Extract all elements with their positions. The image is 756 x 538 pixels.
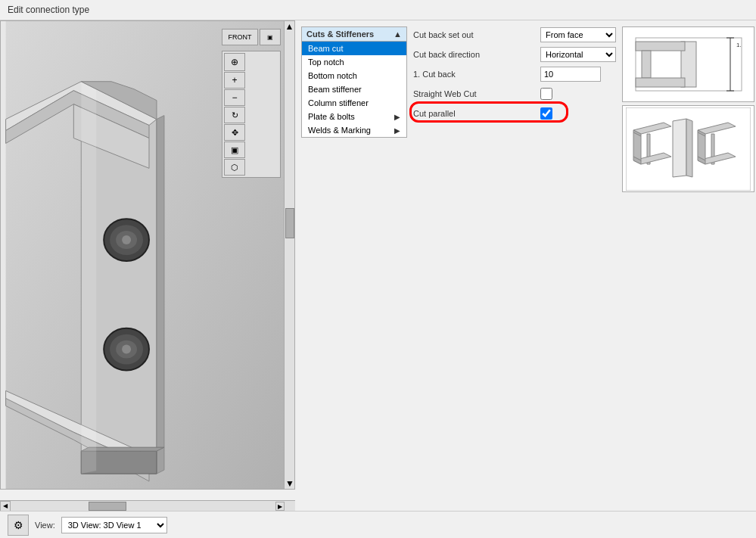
prop-cut-back-set-out: Cut back set out From face From web [413,26,616,43]
straight-web-cut-label: Straight Web Cut [413,89,534,98]
bolt-btn[interactable]: ⬡ [224,159,245,176]
svg-point-11 [122,235,131,244]
tree-item-bottom-notch[interactable]: Bottom notch [302,69,406,82]
tree-item-column-stiffener[interactable]: Column stiffener [302,96,406,110]
tree-collapse-icon[interactable]: ▲ [394,30,402,39]
front-view-btn[interactable]: FRONT [222,29,258,45]
cut-back-1-label: 1. Cut back [413,70,534,79]
v-scrollbar[interactable]: ▲ ▼ [284,21,294,489]
fit-btn[interactable]: ⊕ [224,53,245,71]
cut-back-1-input[interactable] [540,67,601,82]
tree-item-beam-cut[interactable]: Beam cut [302,42,406,55]
right-panel: Cuts & Stiffeners ▲ Beam cut Top notch B… [295,20,756,511]
tree-header: Cuts & Stiffeners ▲ [302,27,406,42]
tree-item-plate-bolts[interactable]: Plate & bolts ▶ [302,110,406,123]
viewport[interactable]: FRONT ▣ ⊕ + − ↻ ✥ ▣ ⬡ [0,20,295,490]
title-bar: Edit connection type [0,0,756,20]
scroll-down-btn[interactable]: ▼ [285,478,295,489]
nav-buttons: FRONT ▣ ⊕ + − ↻ ✥ ▣ ⬡ [222,29,281,178]
cut-back-set-out-select[interactable]: From face From web [540,27,616,42]
prop-straight-web-cut: Straight Web Cut [413,86,616,102]
viewport-horiz: FRONT ▣ ⊕ + − ↻ ✥ ▣ ⬡ [0,20,295,500]
scroll-right-btn[interactable]: ▶ [275,502,285,511]
tree-header-label: Cuts & Stiffeners [306,30,374,39]
h-scrollbar-thumb[interactable] [89,502,126,511]
svg-text:1.: 1. [736,42,742,48]
cut-back-direction-label: Cut back direction [413,50,534,59]
zoom-in-btn[interactable]: + [224,72,245,89]
main-window: Edit connection type [0,0,756,538]
cut-parallel-checkbox[interactable] [540,107,552,120]
props-panel: Cut back set out From face From web Cut … [413,26,616,122]
svg-marker-40 [698,132,705,160]
prop-cut-parallel: Cut parallel [413,105,616,122]
pan-btn[interactable]: ✥ [224,124,245,141]
preview-2d: 1. [622,26,754,102]
tree-panel: Cuts & Stiffeners ▲ Beam cut Top notch B… [301,26,407,138]
svg-rect-22 [636,42,685,51]
preview-2d-svg: 1. [628,30,749,98]
scroll-left-btn[interactable]: ◀ [0,501,11,512]
window-title: Edit connection type [8,5,89,15]
svg-marker-18 [81,82,96,474]
menu-panel: Cuts & Stiffeners ▲ Beam cut Top notch B… [301,26,756,192]
v-scrollbar-thumb[interactable] [285,208,294,238]
prop-cut-back-1: 1. Cut back [413,66,616,82]
scroll-up-btn[interactable]: ▲ [285,21,294,32]
cut-back-set-out-label: Cut back set out [413,30,534,39]
status-icon[interactable]: ⚙ [8,515,29,536]
view-label: View: [35,521,55,530]
cut-parallel-label: Cut parallel [413,109,534,118]
select-btn[interactable]: ▣ [224,141,245,158]
welds-marking-arrow: ▶ [394,126,400,135]
straight-web-cut-checkbox[interactable] [540,88,552,100]
plate-bolts-arrow: ▶ [394,113,400,121]
rotate-btn[interactable]: ↻ [224,107,245,123]
tree-item-beam-stiffener[interactable]: Beam stiffener [302,82,406,96]
svg-marker-34 [633,132,641,160]
zoom-out-btn[interactable]: − [224,89,245,106]
main-content: FRONT ▣ ⊕ + − ↻ ✥ ▣ ⬡ [0,20,756,511]
preview-3d-svg [626,107,751,191]
status-bar: ⚙ View: 3D View: 3D View 1 Front View To… [0,511,756,538]
svg-marker-2 [157,116,164,474]
svg-rect-24 [636,78,685,87]
front-extra-btn[interactable]: ▣ [260,29,281,45]
prop-cut-back-direction: Cut back direction Horizontal Vertical [413,46,616,63]
h-scrollbar[interactable]: ◀ ▶ [0,500,295,511]
cut-back-direction-select[interactable]: Horizontal Vertical [540,47,616,62]
svg-marker-43 [686,119,692,177]
viewport-wrapper: FRONT ▣ ⊕ + − ↻ ✥ ▣ ⬡ [0,20,295,511]
preview-3d [622,105,754,192]
svg-marker-42 [673,119,686,177]
svg-point-15 [122,345,131,354]
preview-area: 1. [622,26,756,192]
tree-item-welds-marking[interactable]: Welds & Marking ▶ [302,123,406,137]
tree-item-top-notch[interactable]: Top notch [302,55,406,69]
view-select[interactable]: 3D View: 3D View 1 Front View Top View [61,517,167,533]
svg-rect-23 [642,51,651,78]
